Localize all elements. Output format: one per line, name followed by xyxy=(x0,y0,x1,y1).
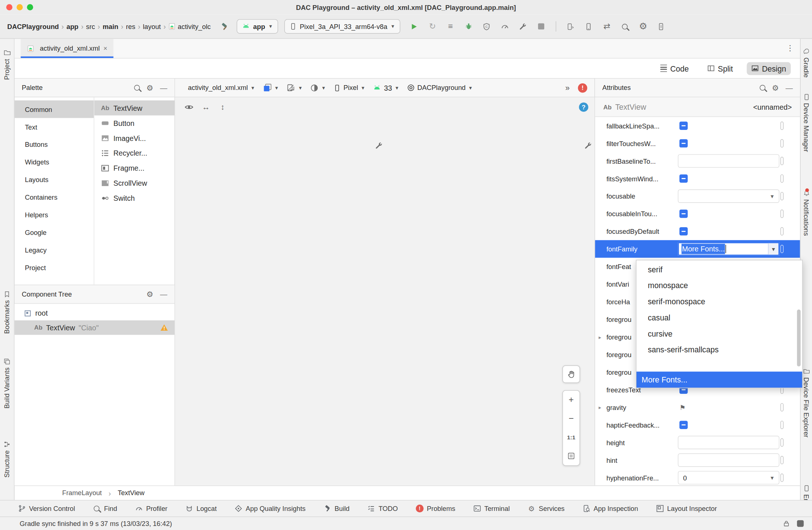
palette-item-recyclerview[interactable]: Recycler... xyxy=(94,145,175,160)
event-log-icon[interactable] xyxy=(797,520,804,527)
zoom-out-button[interactable]: − xyxy=(563,409,580,428)
tool-button-build-variants[interactable]: Build Variants xyxy=(0,358,14,409)
breadcrumb[interactable]: DACPlayground xyxy=(7,22,59,30)
font-option[interactable]: serif-monospace xyxy=(636,294,802,310)
vertical-constraints-icon[interactable]: ↕ xyxy=(221,102,225,111)
tool-button-structure[interactable]: Structure xyxy=(0,441,14,478)
attribute-value[interactable] xyxy=(678,225,779,238)
component-tree-hide-icon[interactable]: — xyxy=(160,291,167,298)
attribute-value[interactable] xyxy=(678,418,779,432)
help-icon[interactable]: ? xyxy=(579,102,588,112)
dropdown-arrow-icon[interactable]: ▼ xyxy=(770,475,776,481)
attribute-row[interactable]: ▸ filterTouchesW... xyxy=(595,135,800,152)
more-fonts-option[interactable]: More Fonts... xyxy=(636,371,802,388)
search-icon[interactable] xyxy=(619,21,631,32)
attribute-value[interactable] xyxy=(678,207,779,221)
tab-options-icon[interactable]: ⋮ xyxy=(786,43,794,52)
api-selector[interactable]: 33▼ xyxy=(373,84,399,92)
settings-icon[interactable]: ⚙ xyxy=(638,21,649,32)
attribute-value[interactable] xyxy=(678,436,779,449)
view-options-eye-icon[interactable] xyxy=(184,102,194,112)
tool-button-version-control[interactable]: Version Control xyxy=(18,504,75,513)
mode-code-button[interactable]: Code xyxy=(656,62,694,75)
attribute-row[interactable]: ▸ focusableInTou... xyxy=(595,205,800,222)
font-family-combo[interactable]: More Fonts... ▼ xyxy=(678,242,779,256)
palette-item-scrollview[interactable]: ScrollView xyxy=(94,175,175,190)
tools-attribute-pill[interactable] xyxy=(780,456,783,464)
palette-hide-icon[interactable]: — xyxy=(160,84,167,91)
indeterminate-checkbox-icon[interactable] xyxy=(679,227,688,236)
tools-attribute-pill[interactable] xyxy=(780,174,783,183)
palette-search-icon[interactable] xyxy=(134,85,140,91)
run-button[interactable] xyxy=(408,21,420,32)
tools-attribute-pill[interactable] xyxy=(780,421,783,429)
run-configuration-select[interactable]: app ▼ xyxy=(237,19,278,33)
tool-button-services[interactable]: ⚙Services xyxy=(527,504,564,513)
palette-category[interactable]: Text xyxy=(14,118,94,135)
palette-category[interactable]: Project xyxy=(14,259,94,276)
tools-attribute-pill[interactable] xyxy=(780,121,783,130)
attribute-value[interactable]: 0 ▼ xyxy=(678,471,779,484)
attribute-value[interactable]: More Fonts... ▼ xyxy=(678,242,779,256)
palette-category[interactable]: Helpers xyxy=(14,206,94,224)
dropdown-arrow-icon[interactable]: ▼ xyxy=(768,243,778,255)
pan-tool-button[interactable] xyxy=(562,366,580,383)
minimize-window-icon[interactable] xyxy=(17,4,23,10)
palette-item-imageview[interactable]: ImageVi... xyxy=(94,130,175,145)
profile-icon[interactable] xyxy=(499,21,510,32)
design-file-select[interactable]: activity_old_xml.xml▼ xyxy=(188,84,255,91)
tool-button-logcat[interactable]: Logcat xyxy=(185,504,217,513)
attribute-row[interactable]: ▸ focusable ▼ xyxy=(595,187,800,205)
profileable-build-icon[interactable] xyxy=(517,21,529,32)
palette-category[interactable]: Buttons xyxy=(14,135,94,153)
attributes-hide-icon[interactable]: — xyxy=(786,84,793,91)
breadcrumb-textview[interactable]: TextView xyxy=(118,489,144,497)
palette-category[interactable]: Legacy xyxy=(14,241,94,259)
tool-button-device-manager[interactable]: Device Manager xyxy=(801,94,812,152)
breadcrumb-framelayout[interactable]: FrameLayout xyxy=(62,489,102,497)
tools-attribute-pill[interactable] xyxy=(780,157,783,165)
font-option[interactable]: serif xyxy=(636,261,802,277)
font-option[interactable]: casual xyxy=(636,309,802,326)
pair-devices-icon[interactable] xyxy=(565,21,576,32)
palette-category[interactable]: Common xyxy=(14,101,94,118)
popup-scrollbar[interactable] xyxy=(797,309,801,366)
attribute-row[interactable]: ▸ firstBaselineTo... xyxy=(595,152,800,170)
design-canvas[interactable]: ↔ ↕ ? + − 1:1 xyxy=(175,97,595,486)
zoom-reset-button[interactable]: 1:1 xyxy=(563,428,580,447)
zoom-to-fit-button[interactable] xyxy=(563,447,580,465)
tool-button-gradle[interactable]: Gradle xyxy=(801,48,812,77)
attribute-value[interactable]: ⚑ xyxy=(678,400,779,414)
sdk-manager-icon[interactable]: ⇄ xyxy=(601,21,613,32)
mode-split-button[interactable]: Split xyxy=(703,62,738,75)
palette-category[interactable]: Containers xyxy=(14,188,94,206)
overflow-chevrons-icon[interactable]: » xyxy=(565,84,570,91)
tools-attribute-pill[interactable] xyxy=(780,438,783,447)
tools-attribute-pill[interactable] xyxy=(780,245,783,253)
indeterminate-checkbox-icon[interactable] xyxy=(679,210,688,218)
attribute-row[interactable]: ▸ hapticFeedback... xyxy=(595,416,800,434)
device-manager-icon[interactable] xyxy=(583,21,595,32)
apply-code-changes-icon[interactable]: ≡ xyxy=(445,21,456,32)
tools-attribute-pill[interactable] xyxy=(780,227,783,236)
coverage-shield-icon[interactable]: C xyxy=(481,21,492,32)
attribute-value[interactable] xyxy=(678,154,779,168)
palette-item-textview[interactable]: AbTextView xyxy=(94,101,175,116)
tool-button-bookmarks[interactable]: Bookmarks xyxy=(0,291,14,334)
stop-icon[interactable] xyxy=(535,21,547,32)
tree-node-textview[interactable]: Ab TextView "Ciao" xyxy=(14,320,174,335)
attributes-settings-icon[interactable]: ⚙ xyxy=(772,84,779,91)
attribute-value[interactable]: ▼ xyxy=(678,189,779,203)
attribute-row[interactable]: ▸ fallbackLineSpa... xyxy=(595,117,800,135)
attribute-row[interactable]: ▸ hyphenationFre... 0 ▼ xyxy=(595,469,800,486)
tool-button-app-inspection[interactable]: App Inspection xyxy=(582,504,638,513)
palette-settings-icon[interactable]: ⚙ xyxy=(146,84,153,91)
tools-attribute-pill[interactable] xyxy=(780,473,783,482)
editor-tab[interactable]: activity_old_xml.xml × xyxy=(21,39,113,58)
tool-button-find[interactable]: Find xyxy=(93,504,117,513)
warning-icon[interactable] xyxy=(160,323,169,332)
attribute-row[interactable]: ▸ fontFamily More Fonts... ▼ xyxy=(595,240,800,258)
attribute-row[interactable]: ▸ height xyxy=(595,434,800,451)
attributes-search-icon[interactable] xyxy=(759,85,765,91)
tool-button-layout-inspector[interactable]: Layout Inspector xyxy=(656,504,717,513)
